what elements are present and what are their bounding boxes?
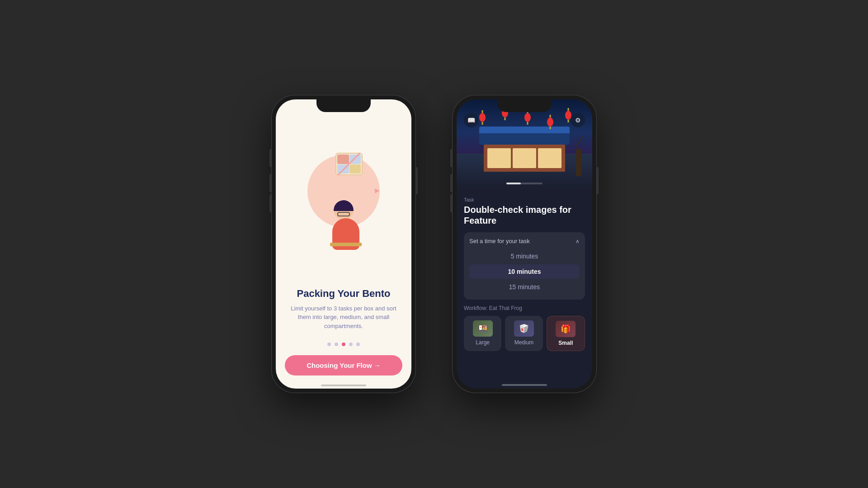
progress-bar [506,183,542,184]
small-icon: 🎁 [556,321,576,337]
subtitle: Limit yourself to 3 tasks per box and so… [289,304,398,331]
char-body [332,218,359,250]
char-glasses [337,212,350,216]
time-option-5min[interactable]: 5 minutes [469,249,580,263]
dot-5 [356,343,360,346]
size-option-large[interactable]: 🍱 Large [464,316,501,351]
large-label: Large [476,339,490,346]
medium-label: Medium [514,339,534,346]
tree-trunk [576,149,581,176]
size-options: 🍱 Large 🥡 Medium 🎁 Small [464,316,585,351]
tree-branch [576,136,583,149]
left-phone: ▶ [271,95,416,393]
char-head [334,200,354,220]
character [330,218,357,250]
tree [570,131,588,176]
set-time-label: Set a time for your task [469,238,530,244]
book-icon: 📖 [467,117,475,124]
scene-illustration: 📖 ⚙ [457,99,592,190]
task-title: Double-check images for Feature [464,204,585,226]
workflow-section: Workflow: Eat That Frog 🍱 Large 🥡 Medium… [464,305,585,357]
gear-icon: ⚙ [575,117,581,124]
right-phone: 📖 ⚙ Task Double-check images for Feature… [452,95,597,393]
dot-3 [342,343,345,346]
size-option-medium[interactable]: 🥡 Medium [505,316,542,351]
book-icon-button[interactable]: 📖 [464,113,478,127]
task-label: Task [464,197,585,202]
window-3 [538,148,561,168]
building-body [484,145,565,172]
text-section: Packing Your Bento Limit yourself to 3 t… [276,283,411,338]
bento-illustration: ▶ [298,150,389,250]
time-option-15min[interactable]: 15 minutes [469,280,580,294]
small-label: Small [558,340,573,346]
window-2 [513,148,536,168]
size-option-small[interactable]: 🎁 Small [547,316,585,351]
home-bar [321,385,366,386]
large-icon: 🍱 [473,320,493,337]
cta-button[interactable]: Choosing Your Flow → [285,355,402,375]
medium-icon: 🥡 [514,320,534,337]
progress-fill [506,183,521,184]
dot-2 [335,343,338,346]
top-icons: 📖 ⚙ [457,113,592,127]
roof [479,127,570,145]
home-bar-right [502,384,547,386]
dot-1 [327,343,331,346]
chevron-up-icon[interactable]: ∧ [576,238,580,244]
arrow-right-deco: ▶ [375,187,380,194]
no-symbol [335,153,363,175]
window-1 [487,148,511,168]
settings-icon-button[interactable]: ⚙ [571,113,585,127]
notch [316,99,371,112]
laptop [330,243,362,246]
content-area: Task Double-check images for Feature Set… [457,190,592,380]
illustration-area: ▶ [276,99,411,283]
time-options: 5 minutes 10 minutes 15 minutes [469,249,580,294]
workflow-label: Workflow: Eat That Frog [464,305,585,311]
dots-indicator [327,337,360,352]
main-title: Packing Your Bento [289,288,398,300]
building [479,127,570,172]
time-option-10min[interactable]: 10 minutes [469,264,580,279]
set-time-header: Set a time for your task ∧ [469,238,580,244]
notch-right [497,99,552,112]
set-time-section: Set a time for your task ∧ 5 minutes 10 … [464,232,585,300]
dot-4 [349,343,353,346]
